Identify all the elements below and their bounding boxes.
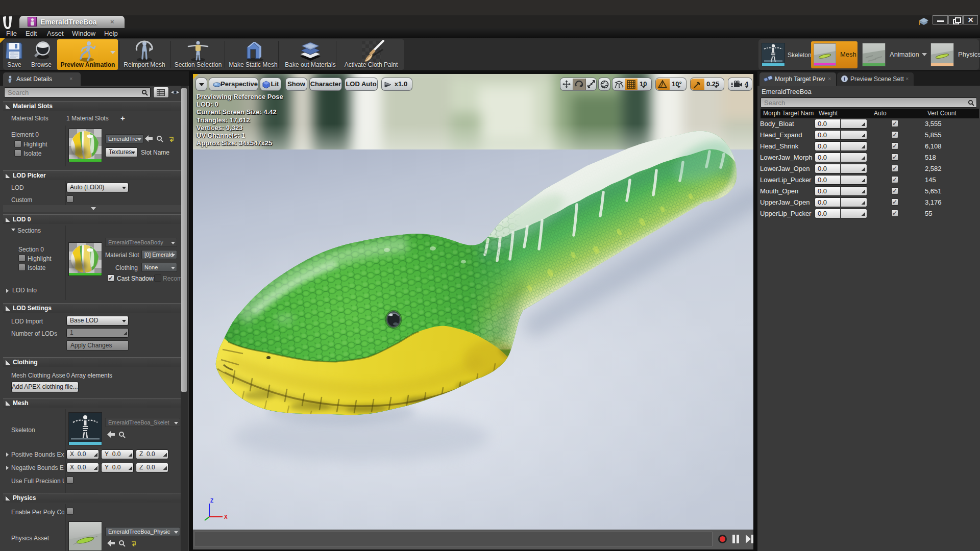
svg-text:X: X [224,514,228,520]
svg-text:Z: Z [210,498,213,504]
